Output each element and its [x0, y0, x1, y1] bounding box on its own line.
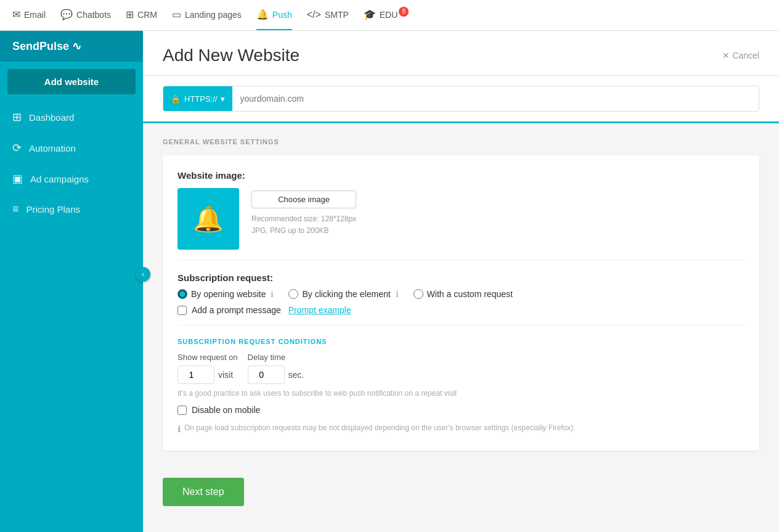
smtp-icon: </> [307, 9, 321, 20]
visit-number-input[interactable] [177, 366, 214, 384]
sidebar-item-dashboard[interactable]: ⊞ Dashboard [0, 102, 143, 133]
show-request-label: Show request on [177, 353, 238, 362]
prompt-example-link[interactable]: Prompt example [288, 305, 351, 315]
website-image-label: Website image: [177, 170, 744, 181]
sidebar-collapse-button[interactable]: ‹ [136, 267, 150, 282]
chatbots-icon: 💬 [60, 9, 73, 20]
info-icon-opening: ℹ [271, 290, 274, 299]
radio-group: By opening website ℹ By clicking the ele… [177, 289, 744, 299]
prompt-checkbox-row: Add a prompt message Prompt example [177, 305, 744, 315]
dashboard-icon: ⊞ [12, 110, 22, 124]
page-title: Add New Website [163, 46, 300, 65]
prompt-checkbox[interactable] [177, 306, 187, 315]
add-website-button[interactable]: Add website [7, 69, 136, 94]
bell-icon: 🔔 [193, 205, 224, 234]
conditions-hint: It's a good practice to ask users to sub… [177, 389, 744, 398]
url-bar: 🔒 HTTPS:// ▾ [163, 86, 759, 112]
warning-row: ℹ On page load subscription requests may… [177, 422, 744, 436]
delay-time-col: Delay time sec. [248, 353, 304, 384]
main-header: Add New Website ✕ Cancel [143, 31, 779, 76]
cancel-button[interactable]: ✕ Cancel [722, 51, 759, 60]
edu-icon: 🎓 [364, 9, 376, 20]
visit-unit-label: visit [218, 370, 233, 380]
delay-inputs: sec. [248, 366, 304, 384]
conditions-label: SUBSCRIPTION REQUEST CONDITIONS [177, 338, 744, 345]
push-icon: 🔔 [256, 9, 269, 20]
image-hint: Recommended size: 128*128px JPG, PNG up … [251, 213, 356, 237]
disable-mobile-checkbox[interactable] [177, 406, 187, 415]
nav-item-landing-pages[interactable]: ▭ Landing pages [172, 0, 242, 30]
automation-icon: ⟳ [12, 141, 22, 155]
footer-bar: Next step [143, 465, 779, 518]
lock-icon: 🔒 [171, 94, 181, 104]
top-nav: ✉ Email 💬 Chatbots ⊞ CRM ▭ Landing pages… [0, 0, 779, 31]
delay-time-label: Delay time [248, 353, 304, 362]
nav-item-smtp[interactable]: </> SMTP [307, 1, 349, 30]
cancel-icon: ✕ [722, 51, 730, 60]
pricing-plans-icon: ≡ [12, 203, 19, 216]
image-row: 🔔 Choose image Recommended size: 128*128… [177, 188, 744, 250]
general-settings-label: GENERAL WEBSITE SETTINGS [163, 138, 759, 145]
nav-item-push[interactable]: 🔔 Push [256, 0, 292, 30]
url-bar-wrapper: 🔒 HTTPS:// ▾ [143, 76, 779, 123]
disable-mobile-row: Disable on mobile [177, 405, 744, 415]
delay-unit-label: sec. [288, 370, 304, 380]
main-content: Add New Website ✕ Cancel 🔒 HTTPS:// ▾ GE… [143, 31, 779, 532]
nav-item-email[interactable]: ✉ Email [12, 0, 46, 30]
subscription-request-label: Subscription request: [177, 272, 744, 283]
domain-input[interactable] [232, 86, 759, 111]
show-request-inputs: visit [177, 366, 238, 384]
settings-card: Website image: 🔔 Choose image Recommende… [163, 155, 759, 451]
chevron-down-icon: ▾ [221, 94, 225, 104]
email-icon: ✉ [12, 9, 20, 20]
edu-badge: 8 [399, 7, 409, 17]
image-preview: 🔔 [177, 188, 239, 250]
next-step-button[interactable]: Next step [163, 478, 244, 506]
warning-icon: ℹ [177, 423, 181, 436]
settings-section: GENERAL WEBSITE SETTINGS Website image: … [143, 123, 779, 465]
info-icon-clicking: ℹ [396, 290, 399, 299]
ad-campaigns-icon: ▣ [12, 172, 23, 186]
choose-image-button[interactable]: Choose image [251, 190, 356, 208]
landing-pages-icon: ▭ [172, 9, 181, 20]
sidebar-item-ad-campaigns[interactable]: ▣ Ad campaigns [0, 163, 143, 194]
delay-number-input[interactable] [248, 366, 285, 384]
show-request-col: Show request on visit [177, 353, 238, 384]
nav-item-edu[interactable]: 🎓 EDU 8 [364, 0, 409, 30]
sidebar: SendPulse ∿ Add website ⊞ Dashboard ⟳ Au… [0, 31, 143, 532]
sidebar-item-automation[interactable]: ⟳ Automation [0, 133, 143, 163]
image-controls: Choose image Recommended size: 128*128px… [251, 188, 356, 237]
crm-icon: ⊞ [126, 9, 134, 20]
nav-item-chatbots[interactable]: 💬 Chatbots [60, 0, 111, 30]
nav-item-crm[interactable]: ⊞ CRM [126, 0, 157, 30]
logo-text: SendPulse ∿ [12, 39, 81, 53]
sidebar-logo: SendPulse ∿ [0, 31, 143, 62]
radio-by-clicking[interactable]: By clicking the element ℹ [288, 289, 398, 299]
sidebar-item-pricing-plans[interactable]: ≡ Pricing Plans [0, 194, 143, 224]
conditions-row: Show request on visit Delay time sec. [177, 353, 744, 384]
radio-custom-request[interactable]: With a custom request [414, 289, 513, 299]
radio-by-opening[interactable]: By opening website ℹ [177, 289, 274, 299]
protocol-selector[interactable]: 🔒 HTTPS:// ▾ [163, 86, 232, 111]
